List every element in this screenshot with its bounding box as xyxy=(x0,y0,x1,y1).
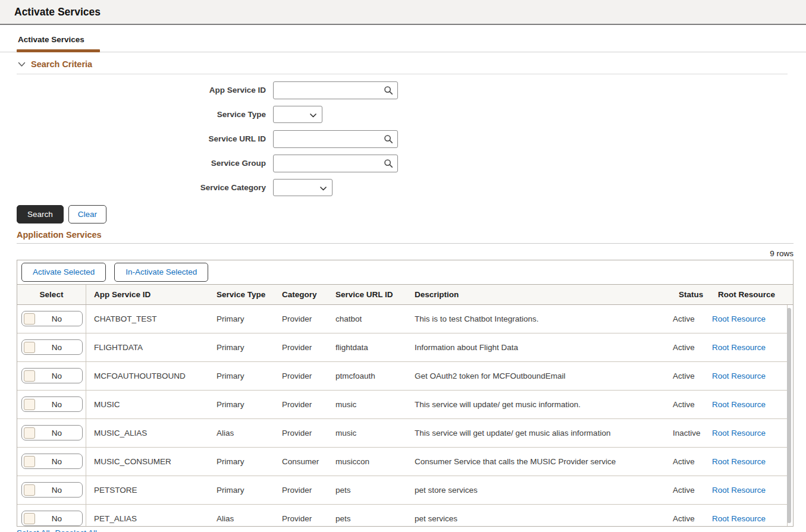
cell-select: No xyxy=(17,448,86,476)
cell-select: No xyxy=(17,419,86,447)
cell-category: Consumer xyxy=(274,457,329,466)
form-row-app-service-id: App Service ID xyxy=(0,81,806,99)
root-resource-link[interactable]: Root Resource xyxy=(712,372,766,380)
app-service-id-input[interactable] xyxy=(273,81,398,99)
root-resource-link[interactable]: Root Resource xyxy=(712,486,766,495)
row-select-toggle[interactable]: No xyxy=(21,511,83,526)
search-actions: Search Clear xyxy=(17,205,806,223)
column-header-service-type[interactable]: Service Type xyxy=(209,290,274,299)
table-row: No MCFOAUTHOUTBOUND Primary Provider ptm… xyxy=(17,362,787,391)
table-row: No PET_ALIAS Alias Provider pets pet ser… xyxy=(17,505,787,527)
cell-description: Get OAuth2 token for MCFOutboundEmail xyxy=(407,372,665,380)
root-resource-link[interactable]: Root Resource xyxy=(712,429,766,437)
tab-activate-services[interactable]: Activate Services xyxy=(18,35,84,44)
cell-service-type: Primary xyxy=(209,343,274,352)
row-checkbox[interactable] xyxy=(24,370,35,382)
cell-service-url-id: chatbot xyxy=(329,314,407,323)
row-checkbox[interactable] xyxy=(24,456,35,467)
cell-category: Provider xyxy=(274,372,329,380)
cell-service-type: Alias xyxy=(209,514,274,523)
row-select-value: No xyxy=(35,314,82,323)
service-type-select[interactable] xyxy=(273,106,322,123)
column-header-service-url-id[interactable]: Service URL ID xyxy=(329,290,407,299)
search-lookup-icon[interactable] xyxy=(384,159,393,168)
cell-service-url-id: music xyxy=(329,400,407,409)
form-row-service-group: Service Group xyxy=(0,155,806,172)
column-header-description[interactable]: Description xyxy=(407,290,671,299)
service-url-id-label: Service URL ID xyxy=(0,134,266,143)
grid-header-row: Select App Service ID Service Type Categ… xyxy=(17,284,793,305)
clear-button[interactable]: Clear xyxy=(68,205,106,223)
row-select-toggle[interactable]: No xyxy=(21,482,83,498)
cell-service-type: Alias xyxy=(209,429,274,437)
cell-select: No xyxy=(17,333,86,361)
row-select-toggle[interactable]: No xyxy=(21,368,83,383)
root-resource-link[interactable]: Root Resource xyxy=(712,343,766,352)
divider xyxy=(17,74,788,74)
table-row: No MUSIC_ALIAS Alias Provider music This… xyxy=(17,419,787,448)
row-checkbox[interactable] xyxy=(24,484,35,496)
chevron-down-icon xyxy=(310,109,316,120)
select-all-link[interactable]: Select All xyxy=(17,528,50,532)
root-resource-link[interactable]: Root Resource xyxy=(712,400,766,409)
cell-service-url-id: flightdata xyxy=(329,343,407,352)
cell-description: Information about Flight Data xyxy=(407,343,665,352)
cell-select: No xyxy=(17,305,86,333)
cell-app-service-id: PET_ALIAS xyxy=(86,514,209,523)
root-resource-link[interactable]: Root Resource xyxy=(712,314,766,323)
root-resource-link[interactable]: Root Resource xyxy=(712,514,766,523)
column-header-status[interactable]: Status xyxy=(671,290,710,299)
cell-root-resource: Root Resource xyxy=(704,343,787,352)
cell-description: This service will update/ get music info… xyxy=(407,400,665,409)
grid-action-bar: Activate Selected In-Activate Selected xyxy=(17,260,793,284)
row-checkbox[interactable] xyxy=(24,513,35,524)
service-category-select[interactable] xyxy=(273,179,333,196)
app-service-id-label: App Service ID xyxy=(0,86,266,95)
form-row-service-url-id: Service URL ID xyxy=(0,130,806,148)
cell-description: pet store services xyxy=(407,486,665,495)
form-row-service-category: Service Category xyxy=(0,179,806,197)
activate-selected-button[interactable]: Activate Selected xyxy=(21,263,106,282)
row-select-toggle[interactable]: No xyxy=(21,339,83,355)
cell-root-resource: Root Resource xyxy=(704,486,787,495)
service-group-input[interactable] xyxy=(273,155,398,172)
row-checkbox[interactable] xyxy=(24,313,35,325)
application-services-grid: Activate Selected In-Activate Selected S… xyxy=(17,260,794,527)
column-header-app-service-id[interactable]: App Service ID xyxy=(86,290,209,299)
service-group-label: Service Group xyxy=(0,159,266,168)
cell-service-type: Primary xyxy=(209,372,274,380)
cell-service-url-id: musiccon xyxy=(329,457,407,466)
application-services-heading: Application Services xyxy=(17,230,806,240)
row-checkbox[interactable] xyxy=(24,342,35,353)
search-criteria-toggle[interactable]: Search Criteria xyxy=(18,59,92,69)
row-checkbox[interactable] xyxy=(24,399,35,410)
cell-status: Active xyxy=(665,486,704,495)
cell-status: Active xyxy=(665,514,704,523)
deselect-all-link[interactable]: Deselect All xyxy=(55,528,98,532)
tab-strip: Activate Services xyxy=(0,25,806,52)
row-select-toggle[interactable]: No xyxy=(21,396,83,412)
inactivate-selected-button[interactable]: In-Activate Selected xyxy=(114,263,208,282)
column-header-category[interactable]: Category xyxy=(274,290,329,299)
table-row: No PETSTORE Primary Provider pets pet st… xyxy=(17,476,787,505)
row-select-toggle[interactable]: No xyxy=(21,454,83,469)
row-select-value: No xyxy=(35,457,82,466)
row-select-toggle[interactable]: No xyxy=(21,425,83,440)
grid-body: No CHATBOT_TEST Primary Provider chatbot… xyxy=(17,305,788,527)
row-select-value: No xyxy=(35,343,82,352)
service-url-id-input[interactable] xyxy=(273,130,398,148)
row-select-toggle[interactable]: No xyxy=(21,311,83,326)
search-lookup-icon[interactable] xyxy=(384,134,393,144)
cell-category: Provider xyxy=(274,514,329,523)
cell-service-url-id: music xyxy=(329,429,407,437)
table-row: No FLIGHTDATA Primary Provider flightdat… xyxy=(17,333,787,362)
search-criteria-form: App Service ID Service Type Service URL … xyxy=(0,81,806,197)
vertical-scrollbar-thumb[interactable] xyxy=(787,308,791,523)
cell-description: Consumer Service that calls the MUSIC Pr… xyxy=(407,457,665,466)
search-lookup-icon[interactable] xyxy=(384,86,393,95)
search-button[interactable]: Search xyxy=(17,205,64,223)
cell-status: Active xyxy=(665,457,704,466)
root-resource-link[interactable]: Root Resource xyxy=(712,457,766,466)
divider xyxy=(17,243,794,244)
row-checkbox[interactable] xyxy=(24,427,35,439)
